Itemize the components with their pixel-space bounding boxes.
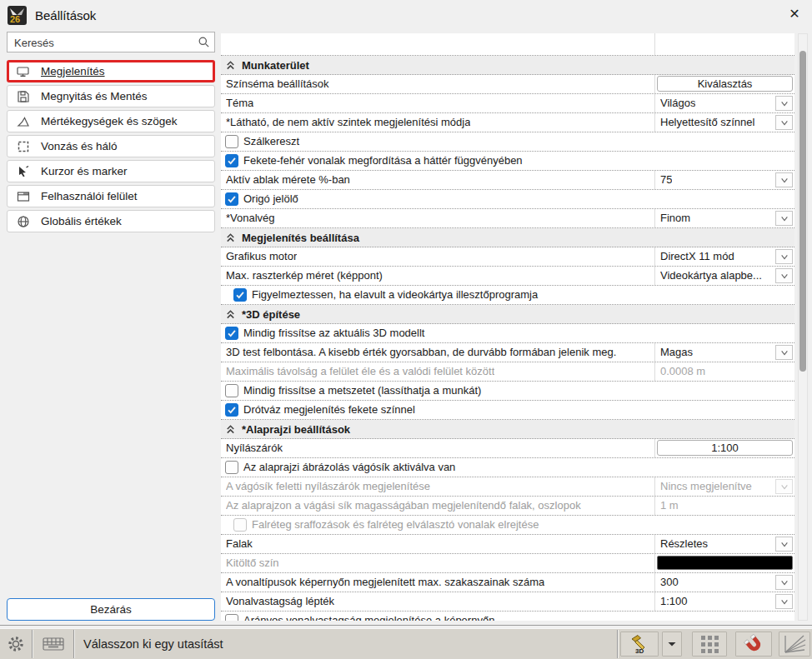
setting-label: Kitöltő szín bbox=[226, 554, 279, 572]
setting-value-cell: 1:100 bbox=[654, 439, 794, 457]
settings-row: TémaVilágos bbox=[221, 94, 794, 113]
settings-row: Max. raszterkép méret (képpont)Videokárt… bbox=[221, 267, 794, 286]
setting-label: Nyílászárók bbox=[226, 439, 283, 457]
settings-row: Origó jelölő bbox=[221, 190, 794, 209]
dropdown-value[interactable]: Helyettesítő színnel bbox=[660, 113, 754, 132]
caret-down-button[interactable] bbox=[662, 632, 682, 657]
dropdown-button[interactable] bbox=[775, 172, 793, 187]
dropdown-value[interactable]: 1:100 bbox=[660, 592, 688, 611]
dropdown-button[interactable] bbox=[775, 345, 793, 360]
dropdown-button[interactable] bbox=[775, 249, 793, 264]
dropdown-value[interactable]: Videokártya alapbe... bbox=[660, 267, 762, 285]
keyboard-button[interactable] bbox=[33, 629, 73, 659]
dropdown-value[interactable]: DirectX 11 mód bbox=[660, 247, 734, 266]
checkbox[interactable] bbox=[225, 192, 238, 206]
section-title: Munkaterület bbox=[242, 59, 309, 72]
svg-text:3D: 3D bbox=[635, 647, 644, 655]
statusbar-right-tools: 3D bbox=[619, 629, 812, 659]
dropdown-value[interactable]: 75 bbox=[660, 171, 672, 189]
sidebar-item-label: Megjelenítés bbox=[41, 65, 105, 77]
setting-label: *Látható, de nem aktív szintek megjelení… bbox=[226, 113, 470, 132]
sidebar-item-label: Globális értékek bbox=[41, 215, 122, 227]
checkbox[interactable] bbox=[233, 288, 247, 302]
checkbox-label: Origó jelölő bbox=[243, 190, 298, 208]
magnet-icon bbox=[742, 632, 765, 656]
settings-row: Színséma beállításokKiválasztás bbox=[221, 75, 794, 94]
dropdown-value[interactable]: Finom bbox=[660, 209, 690, 227]
close-dialog-button[interactable]: Bezárás bbox=[7, 598, 215, 621]
dropdown-button[interactable] bbox=[775, 115, 793, 130]
search-input[interactable] bbox=[13, 33, 189, 52]
checkbox[interactable] bbox=[225, 384, 238, 397]
title-bar: 26 Beállítások ✕ bbox=[0, 0, 812, 30]
sidebar-item-save[interactable]: Megnyitás és Mentés bbox=[7, 85, 215, 107]
settings-row: FalakRészletes bbox=[221, 535, 794, 554]
setting-label: Falak bbox=[226, 535, 253, 553]
sidebar-item-window[interactable]: Felhasználói felület bbox=[7, 185, 215, 207]
settings-row: Fekete-fehér vonalak megfordítása a hátt… bbox=[221, 152, 794, 171]
fan-lines-button[interactable] bbox=[779, 632, 810, 657]
checkbox[interactable] bbox=[225, 154, 238, 167]
dropdown-button[interactable] bbox=[775, 479, 793, 494]
color-swatch[interactable] bbox=[657, 556, 793, 570]
cursor-icon bbox=[16, 165, 30, 178]
dropdown-value[interactable]: Részletes bbox=[660, 535, 708, 553]
sidebar-item-label: Megnyitás és Mentés bbox=[41, 90, 148, 102]
sidebar-item-protractor[interactable]: Mértékegységek és szögek bbox=[7, 110, 215, 132]
app-logo-icon: 26 bbox=[8, 6, 27, 25]
section-header[interactable]: *3D építése bbox=[221, 305, 794, 324]
dropdown-value[interactable]: Világos bbox=[660, 94, 695, 112]
setting-label: 3D test felbontása. A kisebb érték gyors… bbox=[226, 343, 616, 362]
checkbox[interactable] bbox=[225, 327, 238, 340]
settings-row: Az alaprajzi ábrázolás vágósík aktiválva… bbox=[221, 458, 794, 477]
dropdown-button[interactable] bbox=[775, 575, 793, 590]
checkbox-label: Szálkereszt bbox=[243, 132, 299, 151]
checkbox[interactable] bbox=[225, 461, 238, 474]
settings-row: Falréteg sraffozások és falréteg elválas… bbox=[221, 516, 794, 535]
hammer-3d-icon: 3D bbox=[627, 633, 652, 655]
dropdown-button[interactable] bbox=[775, 211, 793, 226]
checkbox[interactable] bbox=[225, 614, 238, 621]
section-header[interactable]: Megjelenítés beállítása bbox=[221, 228, 794, 247]
hammer-3d-button[interactable]: 3D bbox=[620, 632, 659, 657]
scrollbar-thumb[interactable] bbox=[799, 51, 806, 372]
sidebar-item-display[interactable]: Megjelenítés bbox=[7, 60, 215, 82]
section-header[interactable]: Munkaterület bbox=[221, 56, 794, 75]
grid-dots-button[interactable] bbox=[692, 632, 727, 657]
dropdown-value[interactable]: 300 bbox=[660, 573, 679, 592]
setting-label: A vágósík feletti nyílászárók megjelenít… bbox=[226, 477, 430, 496]
checkbox-label: Mindig frissítse a metszetet (lassíthatj… bbox=[243, 382, 481, 400]
value-button[interactable]: Kiválasztás bbox=[657, 76, 793, 92]
setting-label: Színséma beállítások bbox=[226, 75, 329, 93]
status-bar: Válasszon ki egy utasítást 3D bbox=[0, 628, 812, 659]
dropdown-value[interactable]: Magas bbox=[660, 343, 693, 362]
sidebar-item-snap-grid[interactable]: Vonzás és háló bbox=[7, 135, 215, 157]
snap-grid-icon bbox=[16, 140, 30, 153]
vertical-scrollbar[interactable] bbox=[798, 33, 808, 621]
checkbox-label: Az alaprajzi ábrázolás vágósík aktiválva… bbox=[243, 458, 455, 477]
setting-value-cell: Magas bbox=[654, 343, 794, 362]
dropdown-button[interactable] bbox=[775, 268, 793, 283]
magnet-button[interactable] bbox=[735, 632, 772, 657]
sidebar-item-cursor[interactable]: Kurzor és marker bbox=[7, 160, 215, 182]
setting-value-cell: Világos bbox=[654, 94, 794, 112]
dropdown-button[interactable] bbox=[775, 594, 793, 609]
setting-label: Grafikus motor bbox=[226, 247, 297, 266]
settings-gear-button[interactable] bbox=[0, 629, 32, 659]
checkbox[interactable] bbox=[225, 403, 238, 417]
checkbox[interactable] bbox=[225, 135, 238, 148]
close-icon[interactable]: ✕ bbox=[786, 6, 803, 22]
value-button[interactable]: 1:100 bbox=[657, 440, 793, 456]
caret-down-icon bbox=[667, 641, 677, 647]
settings-row: Mindig frissítse az aktuális 3D modellt bbox=[221, 324, 794, 343]
checkbox[interactable] bbox=[233, 518, 247, 532]
section-header[interactable]: *Alaprajzi beállítások bbox=[221, 420, 794, 439]
sidebar-item-globe[interactable]: Globális értékek bbox=[7, 210, 215, 232]
settings-row: Az alaprajzon a vágási sík magasságában … bbox=[221, 497, 794, 516]
dropdown-button[interactable] bbox=[775, 96, 793, 111]
dropdown-value[interactable]: Nincs megjelenítve bbox=[660, 477, 752, 496]
svg-text:26: 26 bbox=[10, 14, 20, 24]
settings-row: A vonaltípusok képernyőn megjelenített m… bbox=[221, 573, 794, 592]
settings-row: Nyílászárók1:100 bbox=[221, 439, 794, 458]
dropdown-button[interactable] bbox=[775, 537, 793, 552]
